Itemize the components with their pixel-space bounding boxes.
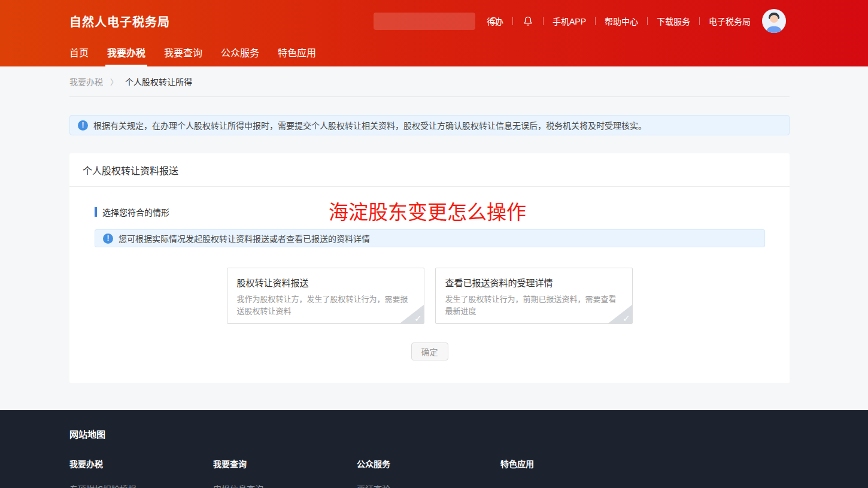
help-center-link[interactable]: 帮助中心 bbox=[605, 15, 638, 27]
footer-col-inquiry: 我要查询 bbox=[213, 457, 357, 469]
breadcrumb: 我要办税 〉 个人股权转让所得 bbox=[0, 66, 868, 97]
red-annotation-text: 海淀股东变更怎么操作 bbox=[329, 202, 526, 222]
todo-link[interactable]: 待办 bbox=[487, 15, 503, 27]
nav-inquiry[interactable]: 我要查询 bbox=[164, 42, 202, 66]
mobile-app-link[interactable]: 手机APP bbox=[553, 15, 586, 27]
nav-featured-apps[interactable]: 特色应用 bbox=[278, 42, 316, 66]
option-title: 股权转让资料报送 bbox=[237, 276, 414, 289]
breadcrumb-current: 个人股权转让所得 bbox=[125, 75, 192, 87]
notification-bell-icon[interactable] bbox=[522, 15, 534, 28]
option-submit-transfer-materials[interactable]: 股权转让资料报送 我作为股权转让方，发生了股权转让行为，需要报送股权转让资料 ✓ bbox=[227, 268, 424, 324]
header: 自然人电子税务局 待办 bbox=[0, 0, 868, 66]
breadcrumb-parent[interactable]: 我要办税 bbox=[69, 75, 103, 87]
footer-col-featured-apps: 特色应用 bbox=[500, 457, 644, 469]
breadcrumb-separator: 〉 bbox=[110, 76, 118, 87]
info-icon: ! bbox=[78, 120, 88, 131]
footer: 网站地图 我要办税 专项附加扣除填报 我要查询 申报信息查询 公众服务 票证查验… bbox=[0, 410, 868, 488]
divider bbox=[647, 17, 648, 25]
option-title: 查看已报送资料的受理详情 bbox=[445, 276, 623, 289]
footer-link-ticket-verification[interactable]: 票证查验 bbox=[357, 483, 500, 488]
nav-public-service[interactable]: 公众服务 bbox=[221, 42, 259, 66]
checkmark-icon: ✓ bbox=[623, 314, 630, 323]
main-card: 个人股权转让资料报送 海淀股东变更怎么操作 选择您符合的情形 ! 您可根据实际情… bbox=[69, 153, 790, 383]
divider bbox=[512, 17, 513, 25]
main-nav: 首页 我要办税 我要查询 公众服务 特色应用 bbox=[0, 42, 868, 66]
section-bar bbox=[95, 207, 97, 217]
site-logo[interactable]: 自然人电子税务局 bbox=[69, 13, 170, 30]
footer-col-public-service: 公众服务 bbox=[357, 457, 500, 469]
download-service-link[interactable]: 下载服务 bbox=[657, 15, 690, 27]
info-icon: ! bbox=[103, 234, 113, 244]
divider bbox=[595, 17, 596, 25]
confirm-button[interactable]: 确定 bbox=[411, 342, 448, 360]
page-info-alert: ! 根据有关规定，在办理个人股权转让所得申报时，需要提交个人股权转让相关资料，股… bbox=[69, 115, 790, 135]
section-label: 选择您符合的情形 bbox=[102, 206, 169, 218]
footer-col-tax-handling: 我要办税 bbox=[69, 457, 213, 469]
search-input[interactable] bbox=[374, 13, 488, 30]
footer-link-declaration-inquiry[interactable]: 申报信息查询 bbox=[213, 483, 357, 488]
divider bbox=[543, 17, 544, 25]
option-description: 我作为股权转让方，发生了股权转让行为，需要报送股权转让资料 bbox=[237, 293, 414, 317]
card-title: 个人股权转让资料报送 bbox=[69, 153, 790, 187]
sitemap-title: 网站地图 bbox=[69, 428, 790, 440]
inner-info-alert: ! 您可根据实际情况发起股权转让资料报送或者查看已报送的资料详情 bbox=[95, 229, 765, 247]
option-description: 发生了股权转让行为，前期已报送资料，需要查看最新进度 bbox=[445, 293, 623, 317]
page-info-alert-text: 根据有关规定，在办理个人股权转让所得申报时，需要提交个人股权转让相关资料，股权受… bbox=[93, 119, 647, 131]
search-box bbox=[374, 13, 475, 30]
etax-bureau-link[interactable]: 电子税务局 bbox=[709, 15, 751, 27]
option-view-submitted-materials[interactable]: 查看已报送资料的受理详情 发生了股权转让行为，前期已报送资料，需要查看最新进度 … bbox=[435, 268, 633, 324]
user-avatar[interactable] bbox=[762, 9, 786, 33]
nav-tax-handling[interactable]: 我要办税 bbox=[107, 42, 145, 66]
checkmark-icon: ✓ bbox=[414, 314, 422, 323]
inner-info-alert-text: 您可根据实际情况发起股权转让资料报送或者查看已报送的资料详情 bbox=[119, 232, 370, 244]
divider bbox=[699, 17, 700, 25]
header-right-group: 待办 手机APP 帮助中心 下载服务 电子税务局 bbox=[374, 0, 786, 42]
footer-link-special-deduction[interactable]: 专项附加扣除填报 bbox=[69, 483, 213, 488]
nav-home[interactable]: 首页 bbox=[69, 42, 89, 66]
